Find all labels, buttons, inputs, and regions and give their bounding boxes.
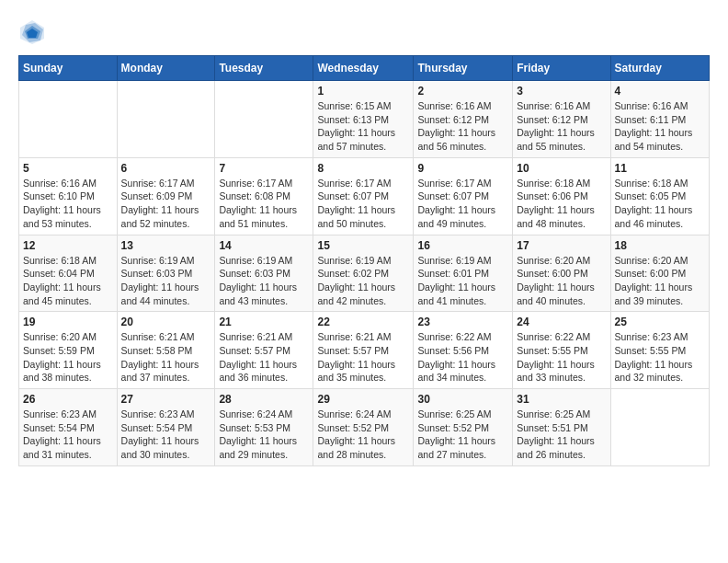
day-info: Sunrise: 6:20 AM Sunset: 6:00 PM Dayligh… [517,254,606,308]
day-info: Sunrise: 6:16 AM Sunset: 6:11 PM Dayligh… [615,99,705,154]
day-info: Sunrise: 6:19 AM Sunset: 6:03 PM Dayligh… [121,254,211,308]
calendar-cell: 24Sunrise: 6:22 AM Sunset: 5:55 PM Dayli… [513,312,610,389]
day-info: Sunrise: 6:19 AM Sunset: 6:01 PM Dayligh… [417,254,508,308]
day-info: Sunrise: 6:16 AM Sunset: 6:10 PM Dayligh… [23,177,113,231]
calendar-week-row: 12Sunrise: 6:18 AM Sunset: 6:04 PM Dayli… [19,235,710,312]
calendar-cell: 1Sunrise: 6:15 AM Sunset: 6:13 PM Daylig… [313,81,414,158]
calendar-cell: 15Sunrise: 6:19 AM Sunset: 6:02 PM Dayli… [313,235,414,312]
calendar-week-row: 5Sunrise: 6:16 AM Sunset: 6:10 PM Daylig… [19,157,710,235]
day-info: Sunrise: 6:19 AM Sunset: 6:02 PM Dayligh… [317,254,409,308]
calendar-cell: 19Sunrise: 6:20 AM Sunset: 5:59 PM Dayli… [19,312,118,389]
calendar-cell: 27Sunrise: 6:23 AM Sunset: 5:54 PM Dayli… [117,389,215,466]
calendar-cell: 31Sunrise: 6:25 AM Sunset: 5:51 PM Dayli… [513,389,610,466]
day-info: Sunrise: 6:22 AM Sunset: 5:56 PM Dayligh… [417,330,508,385]
day-number: 27 [121,393,211,406]
weekday-header: Monday [117,56,215,81]
calendar-cell: 10Sunrise: 6:18 AM Sunset: 6:06 PM Dayli… [513,157,610,235]
day-info: Sunrise: 6:16 AM Sunset: 6:12 PM Dayligh… [417,99,508,154]
day-number: 25 [615,316,705,328]
day-info: Sunrise: 6:24 AM Sunset: 5:53 PM Dayligh… [219,408,309,462]
day-info: Sunrise: 6:17 AM Sunset: 6:08 PM Dayligh… [219,177,309,231]
day-number: 15 [317,239,409,252]
weekday-header-row: SundayMondayTuesdayWednesdayThursdayFrid… [19,56,710,81]
day-info: Sunrise: 6:16 AM Sunset: 6:12 PM Dayligh… [517,99,606,154]
calendar-cell: 20Sunrise: 6:21 AM Sunset: 5:58 PM Dayli… [117,312,215,389]
day-number: 12 [23,239,113,252]
day-number: 9 [417,162,508,175]
day-number: 16 [417,239,508,252]
day-number: 18 [615,239,705,252]
calendar-cell: 7Sunrise: 6:17 AM Sunset: 6:08 PM Daylig… [215,157,313,235]
day-number: 14 [219,239,309,252]
calendar-cell: 16Sunrise: 6:19 AM Sunset: 6:01 PM Dayli… [414,235,513,312]
calendar-cell [117,81,215,158]
day-number: 5 [23,162,113,175]
day-number: 21 [219,316,309,328]
day-number: 13 [121,239,211,252]
day-info: Sunrise: 6:24 AM Sunset: 5:52 PM Dayligh… [317,408,409,462]
calendar-cell: 3Sunrise: 6:16 AM Sunset: 6:12 PM Daylig… [513,81,610,158]
calendar-cell: 21Sunrise: 6:21 AM Sunset: 5:57 PM Dayli… [215,312,313,389]
day-info: Sunrise: 6:21 AM Sunset: 5:58 PM Dayligh… [121,330,211,385]
calendar-week-row: 26Sunrise: 6:23 AM Sunset: 5:54 PM Dayli… [19,389,710,466]
calendar-cell [19,81,118,158]
calendar-cell: 5Sunrise: 6:16 AM Sunset: 6:10 PM Daylig… [19,157,118,235]
calendar-cell: 26Sunrise: 6:23 AM Sunset: 5:54 PM Dayli… [19,389,118,466]
calendar-cell: 23Sunrise: 6:22 AM Sunset: 5:56 PM Dayli… [414,312,513,389]
day-number: 7 [219,162,309,175]
day-number: 23 [417,316,508,328]
day-info: Sunrise: 6:17 AM Sunset: 6:07 PM Dayligh… [317,177,409,231]
weekday-header: Tuesday [215,56,313,81]
weekday-header: Sunday [19,56,118,81]
day-info: Sunrise: 6:21 AM Sunset: 5:57 PM Dayligh… [219,330,309,385]
day-info: Sunrise: 6:17 AM Sunset: 6:07 PM Dayligh… [417,177,508,231]
day-info: Sunrise: 6:25 AM Sunset: 5:52 PM Dayligh… [417,408,508,462]
day-number: 20 [121,316,211,328]
weekday-header: Thursday [414,56,513,81]
weekday-header: Friday [513,56,610,81]
day-number: 31 [517,393,606,406]
calendar-cell: 28Sunrise: 6:24 AM Sunset: 5:53 PM Dayli… [215,389,313,466]
day-info: Sunrise: 6:23 AM Sunset: 5:55 PM Dayligh… [615,330,705,385]
calendar-cell: 25Sunrise: 6:23 AM Sunset: 5:55 PM Dayli… [610,312,709,389]
weekday-header: Saturday [610,56,709,81]
calendar-cell: 9Sunrise: 6:17 AM Sunset: 6:07 PM Daylig… [414,157,513,235]
day-info: Sunrise: 6:18 AM Sunset: 6:05 PM Dayligh… [615,177,705,231]
day-number: 19 [23,316,113,328]
day-number: 10 [517,162,606,175]
day-number: 4 [615,85,705,98]
day-info: Sunrise: 6:18 AM Sunset: 6:04 PM Dayligh… [23,254,113,308]
day-number: 8 [317,162,409,175]
calendar-cell: 29Sunrise: 6:24 AM Sunset: 5:52 PM Dayli… [313,389,414,466]
day-number: 26 [23,393,113,406]
day-number: 11 [615,162,705,175]
calendar-cell: 11Sunrise: 6:18 AM Sunset: 6:05 PM Dayli… [610,157,709,235]
day-info: Sunrise: 6:18 AM Sunset: 6:06 PM Dayligh… [517,177,606,231]
day-number: 1 [317,85,409,98]
day-info: Sunrise: 6:25 AM Sunset: 5:51 PM Dayligh… [517,408,606,462]
calendar-cell: 14Sunrise: 6:19 AM Sunset: 6:03 PM Dayli… [215,235,313,312]
day-info: Sunrise: 6:20 AM Sunset: 6:00 PM Dayligh… [615,254,705,308]
day-info: Sunrise: 6:19 AM Sunset: 6:03 PM Dayligh… [219,254,309,308]
day-info: Sunrise: 6:21 AM Sunset: 5:57 PM Dayligh… [317,330,409,385]
logo [18,18,50,46]
day-number: 24 [517,316,606,328]
day-number: 22 [317,316,409,328]
day-number: 2 [417,85,508,98]
calendar-cell: 18Sunrise: 6:20 AM Sunset: 6:00 PM Dayli… [610,235,709,312]
day-info: Sunrise: 6:17 AM Sunset: 6:09 PM Dayligh… [121,177,211,231]
day-number: 28 [219,393,309,406]
day-info: Sunrise: 6:23 AM Sunset: 5:54 PM Dayligh… [23,408,113,462]
day-number: 29 [317,393,409,406]
calendar-cell: 12Sunrise: 6:18 AM Sunset: 6:04 PM Dayli… [19,235,118,312]
day-number: 17 [517,239,606,252]
page-header [18,18,710,46]
day-number: 6 [121,162,211,175]
calendar-cell: 2Sunrise: 6:16 AM Sunset: 6:12 PM Daylig… [414,81,513,158]
weekday-header: Wednesday [313,56,414,81]
day-info: Sunrise: 6:15 AM Sunset: 6:13 PM Dayligh… [317,99,409,154]
calendar-cell: 22Sunrise: 6:21 AM Sunset: 5:57 PM Dayli… [313,312,414,389]
calendar-cell: 30Sunrise: 6:25 AM Sunset: 5:52 PM Dayli… [414,389,513,466]
day-number: 30 [417,393,508,406]
calendar-week-row: 19Sunrise: 6:20 AM Sunset: 5:59 PM Dayli… [19,312,710,389]
